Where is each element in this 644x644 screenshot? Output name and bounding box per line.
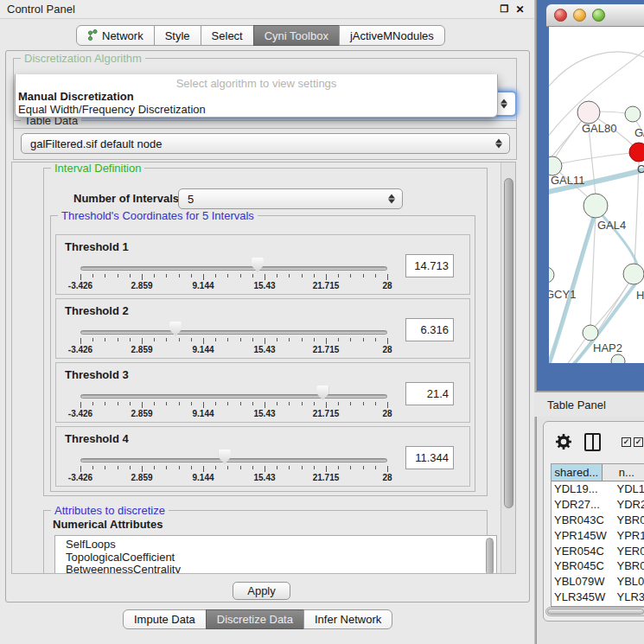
attribute-list-item[interactable]: SelfLoops — [55, 536, 496, 552]
slider-track[interactable] — [80, 394, 387, 399]
node-bottom-partial[interactable] — [611, 354, 625, 363]
attributes-group-title: Attributes to discretize — [51, 504, 169, 517]
tick-label: 15.43 — [253, 409, 275, 418]
tick-label: 9.144 — [192, 281, 214, 290]
table-cell: YBR0 — [613, 559, 644, 572]
tab-select[interactable]: Select — [201, 25, 254, 46]
threshold-value-field[interactable]: 14.713 — [405, 254, 454, 277]
node-gal4[interactable] — [583, 194, 608, 218]
slider-track[interactable] — [80, 330, 387, 335]
dropdown-options: Manual DiscretizationEqual Width/Frequen… — [16, 90, 497, 116]
table-cell: YDL19... — [552, 482, 613, 495]
zoom-traffic-light-icon[interactable] — [592, 9, 605, 22]
table-cell: YBR043C — [552, 513, 613, 526]
tab-jactivemnodules[interactable]: jActiveMNodules — [339, 25, 445, 46]
node-red[interactable] — [629, 143, 644, 162]
dropdown-option[interactable]: Manual Discretization — [16, 90, 497, 103]
table-cell: YDR27... — [552, 498, 613, 511]
table-panel-titlebar: Table Panel — [534, 392, 644, 417]
tick-label: -3.426 — [68, 281, 92, 290]
table-cell: YER0 — [613, 545, 644, 558]
threshold-value-field[interactable]: 21.4 — [405, 382, 454, 405]
table-row[interactable]: YBR043CYBR0 — [552, 513, 644, 528]
table-row[interactable]: YER054CYER0 — [552, 543, 644, 558]
attribute-list-item[interactable]: BetweennessCentrality — [55, 564, 496, 574]
settings-scrollbar[interactable] — [501, 163, 515, 574]
checkbox-icons[interactable]: ✓ ✓ — [622, 437, 643, 447]
column-layout-icon[interactable] — [584, 433, 601, 451]
column-header[interactable]: shared... — [552, 464, 603, 481]
table-cell: YBL079W — [552, 575, 613, 588]
numerical-attributes-list[interactable]: SelfLoopsTopologicalCoefficientBetweenne… — [54, 535, 497, 574]
slider-tick-labels: -3.4262.8599.14415.4321.71528 — [80, 409, 387, 419]
gear-icon[interactable] — [555, 433, 572, 450]
attribute-list-item[interactable]: TopologicalCoefficient — [55, 552, 496, 564]
table-row[interactable]: YDL19...YDL1 — [552, 481, 644, 497]
tab-infer-network[interactable]: Infer Network — [303, 609, 392, 629]
control-panel: Control Panel ❐ ✕ NetworkStyleSelectCyni… — [0, 0, 535, 644]
tab-network[interactable]: Network — [76, 25, 155, 46]
tab-impute-data[interactable]: Impute Data — [123, 609, 207, 629]
tick-label: 15.43 — [253, 345, 275, 354]
tick-label: 9.144 — [192, 409, 214, 418]
dropdown-option[interactable]: Equal Width/Frequency Discretization — [16, 103, 497, 116]
node-label-gcy1: GCY1 — [549, 288, 576, 301]
network-window: GAL80 GA C GAL11 GAL4 GCY1 H HAP2 — [537, 0, 644, 391]
number-of-intervals-spinner[interactable]: 5 — [178, 188, 403, 209]
tab-discretize-data[interactable]: Discretize Data — [206, 609, 304, 629]
thresholds-group-title: Threshold's Coordinates for 5 Intervals — [58, 209, 258, 222]
node-h[interactable] — [623, 264, 644, 284]
table-cell: YDL1 — [613, 482, 644, 495]
network-icon — [87, 29, 98, 41]
settings-scroll-area: Interval Definition Number of Intervals … — [11, 162, 516, 574]
tab-cyni-toolbox[interactable]: Cyni Toolbox — [253, 25, 340, 46]
checked-checkbox-icon[interactable]: ✓ — [634, 437, 643, 447]
node-gcy1[interactable] — [549, 267, 554, 283]
threshold-value-field[interactable]: 6.316 — [405, 318, 454, 341]
tab-style[interactable]: Style — [154, 25, 201, 46]
table-data-group: Table Data galFiltered.sif default node — [13, 120, 517, 160]
node-hap2[interactable] — [583, 325, 598, 341]
top-tab-bar: NetworkStyleSelectCyni ToolboxjActiveMNo… — [76, 25, 445, 46]
cyni-toolbox-panel: Discretization Algorithm Select algorith… — [5, 50, 530, 603]
apply-button[interactable]: Apply — [233, 582, 290, 600]
column-header[interactable]: n... — [603, 464, 644, 481]
close-icon[interactable]: ✕ — [513, 3, 526, 16]
table-cell: YPR145W — [552, 529, 613, 542]
table-row[interactable]: YBR045CYBR0 — [552, 558, 644, 574]
node-top-right[interactable] — [625, 106, 641, 122]
table-data-combobox[interactable]: galFiltered.sif default node — [21, 133, 510, 154]
threshold-block: Threshold 3-3.4262.8599.14415.4321.71528… — [55, 362, 470, 423]
hscroll-thumb[interactable] — [547, 609, 644, 615]
table-row[interactable]: YLR345WYLR3 — [552, 590, 644, 605]
threshold-block: Threshold 4-3.4262.8599.14415.4321.71528… — [55, 426, 470, 487]
threshold-value-field[interactable]: 11.344 — [405, 446, 454, 469]
table-row[interactable]: YPR145WYPR1 — [552, 527, 644, 543]
table-horizontal-scrollbar[interactable] — [545, 607, 644, 616]
node-label-c: C — [637, 163, 644, 175]
threshold-label: Threshold 1 — [65, 240, 129, 253]
float-window-icon[interactable]: ❐ — [498, 3, 511, 16]
table-row[interactable]: YDR27...YDR2 — [552, 497, 644, 513]
checked-checkbox-icon[interactable]: ✓ — [622, 437, 631, 447]
combo-arrows-icon — [501, 99, 507, 109]
number-of-intervals-label: Number of Intervals — [73, 192, 179, 205]
network-canvas[interactable]: GAL80 GA C GAL11 GAL4 GCY1 H HAP2 — [549, 27, 644, 363]
node-gal80[interactable] — [577, 101, 600, 124]
scrollbar-thumb[interactable] — [504, 178, 513, 508]
minimize-traffic-light-icon[interactable] — [573, 9, 586, 22]
tick-label: 28 — [382, 281, 392, 290]
slider-track[interactable] — [80, 458, 387, 462]
threshold-block: Threshold 2-3.4262.8599.14415.4321.71528… — [55, 298, 470, 359]
dropdown-prompt: Select algorithm to view settings — [16, 74, 497, 90]
threshold-label: Threshold 2 — [65, 304, 129, 317]
table-toolbar: ✓ ✓ — [544, 422, 644, 462]
spinner-arrows-icon — [388, 194, 395, 204]
table-cell: YLR3 — [613, 590, 644, 603]
numerical-attributes-label: Numerical Attributes — [53, 518, 163, 531]
list-scrollbar[interactable] — [486, 538, 494, 574]
table-row[interactable]: YBL079WYBL0 — [552, 574, 644, 590]
close-traffic-light-icon[interactable] — [554, 9, 567, 22]
slider-track[interactable] — [80, 266, 387, 271]
thresholds-group: Threshold's Coordinates for 5 Intervals … — [50, 215, 475, 492]
